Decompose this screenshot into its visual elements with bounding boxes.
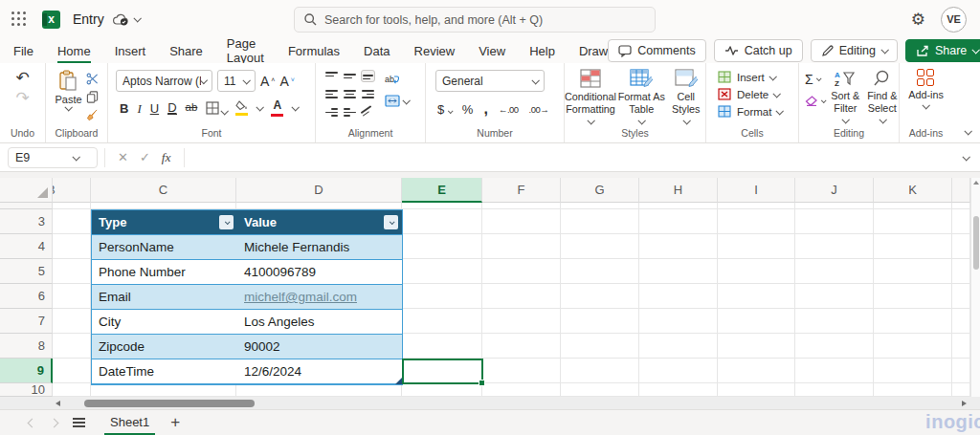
cell[interactable]	[952, 383, 970, 397]
cell-f3[interactable]	[482, 209, 561, 234]
cell-d8[interactable]: 90002	[237, 335, 402, 359]
cell-g7[interactable]	[561, 309, 639, 334]
cell-g4[interactable]	[561, 234, 639, 259]
cell-k10[interactable]	[874, 383, 952, 397]
cell[interactable]	[795, 203, 874, 209]
cell-k5[interactable]	[874, 259, 952, 284]
share-button[interactable]: Share	[905, 39, 980, 62]
menu-insert[interactable]: Insert	[115, 38, 146, 63]
menu-review[interactable]: Review	[414, 38, 456, 63]
cell-f4[interactable]	[482, 234, 561, 259]
cell[interactable]	[952, 259, 970, 284]
cell-f7[interactable]	[482, 309, 561, 334]
cell[interactable]	[639, 203, 718, 209]
cell-d7[interactable]: Los Angeles	[237, 310, 402, 334]
cell-h9[interactable]	[639, 359, 718, 383]
cell-k3[interactable]	[874, 209, 952, 234]
decrease-indent-button[interactable]	[324, 106, 339, 119]
cell-b9[interactable]	[53, 359, 91, 383]
cell[interactable]	[91, 203, 236, 209]
next-sheet-icon[interactable]	[50, 418, 59, 427]
clear-button[interactable]	[805, 96, 825, 106]
copy-button[interactable]	[86, 91, 99, 103]
cell[interactable]	[952, 359, 970, 383]
cell-i4[interactable]	[718, 234, 795, 259]
menu-data[interactable]: Data	[364, 38, 390, 63]
cell[interactable]	[952, 209, 970, 234]
cell-g10[interactable]	[561, 383, 639, 397]
cell[interactable]	[952, 334, 970, 359]
cell-c10[interactable]	[91, 383, 236, 397]
cell-i3[interactable]	[718, 209, 795, 234]
cell-j4[interactable]	[795, 234, 874, 259]
cell-b5[interactable]	[53, 259, 91, 284]
cell-d10[interactable]	[236, 383, 402, 397]
cell[interactable]	[952, 309, 970, 334]
insert-cells-button[interactable]: Insert	[718, 71, 798, 83]
column-header-I[interactable]: I	[718, 178, 795, 203]
align-center-button[interactable]	[343, 88, 357, 100]
fill-color-button[interactable]	[235, 100, 248, 116]
cell-g8[interactable]	[561, 334, 639, 359]
align-middle-button[interactable]	[343, 70, 357, 82]
settings-gear-icon[interactable]: ⚙	[911, 11, 925, 28]
menu-view[interactable]: View	[479, 38, 505, 63]
cell-e10[interactable]	[402, 383, 482, 397]
cell-e3[interactable]	[402, 209, 482, 234]
menu-formulas[interactable]: Formulas	[288, 38, 340, 63]
cell-f10[interactable]	[482, 383, 561, 397]
column-header-D[interactable]: D	[236, 178, 402, 203]
fill-handle[interactable]	[479, 380, 485, 386]
shrink-font-button[interactable]: A˅	[279, 75, 294, 88]
grow-font-button[interactable]: A˄	[260, 75, 275, 88]
bold-button[interactable]: B	[120, 102, 128, 115]
document-title[interactable]: Entry	[73, 11, 104, 27]
currency-format-button[interactable]: $	[437, 102, 452, 117]
cell-h6[interactable]	[639, 284, 718, 309]
filter-dropdown-icon[interactable]	[384, 215, 398, 229]
cell-j9[interactable]	[795, 359, 874, 383]
delete-cells-button[interactable]: Delete	[718, 88, 798, 100]
comments-button[interactable]: Comments	[608, 39, 705, 62]
cell-d9[interactable]: 12/6/2024	[237, 359, 402, 383]
cell-h5[interactable]	[639, 259, 718, 284]
cell-e5[interactable]	[402, 259, 482, 284]
prev-sheet-icon[interactable]	[28, 418, 37, 427]
row-header-7[interactable]: 7	[0, 309, 53, 334]
table-resize-handle[interactable]	[395, 378, 402, 384]
scroll-left-arrow[interactable]	[56, 401, 60, 406]
cell-b10[interactable]	[53, 383, 91, 397]
cell-b7[interactable]	[53, 309, 91, 334]
app-launcher-icon[interactable]	[11, 11, 27, 27]
cell-g5[interactable]	[561, 259, 639, 284]
cell-h10[interactable]	[639, 383, 718, 397]
selected-cell-e9[interactable]	[402, 359, 483, 384]
cell-b4[interactable]	[53, 234, 91, 259]
cell[interactable]	[53, 203, 91, 209]
percent-format-button[interactable]: %	[462, 102, 474, 117]
horizontal-scrollbar[interactable]	[0, 397, 980, 409]
comma-format-button[interactable]: ,	[483, 100, 487, 118]
cell-i5[interactable]	[718, 259, 795, 284]
redo-button[interactable]: ↷	[15, 90, 29, 106]
vertical-scroll-thumb[interactable]	[973, 216, 979, 270]
menu-help[interactable]: Help	[529, 38, 555, 63]
cell[interactable]	[952, 234, 970, 259]
cell[interactable]	[718, 203, 795, 209]
cell-k6[interactable]	[874, 284, 952, 309]
cell-k4[interactable]	[874, 234, 952, 259]
increase-decimal-button[interactable]: ←.00	[499, 104, 519, 115]
align-top-button[interactable]	[324, 70, 339, 82]
row-header-3[interactable]: 3	[0, 209, 53, 234]
strikethrough-button[interactable]: ab	[186, 102, 198, 114]
merge-center-button[interactable]	[385, 95, 409, 107]
cell[interactable]	[952, 284, 970, 309]
cell-k9[interactable]	[874, 359, 952, 383]
increase-indent-button[interactable]	[343, 106, 357, 119]
column-header-H[interactable]: H	[639, 178, 718, 203]
cell-e6[interactable]	[402, 284, 482, 309]
cell-k8[interactable]	[874, 334, 952, 359]
row-header-8[interactable]: 8	[0, 334, 53, 359]
cancel-icon[interactable]: ✕	[118, 150, 128, 164]
cell[interactable]	[874, 203, 952, 209]
